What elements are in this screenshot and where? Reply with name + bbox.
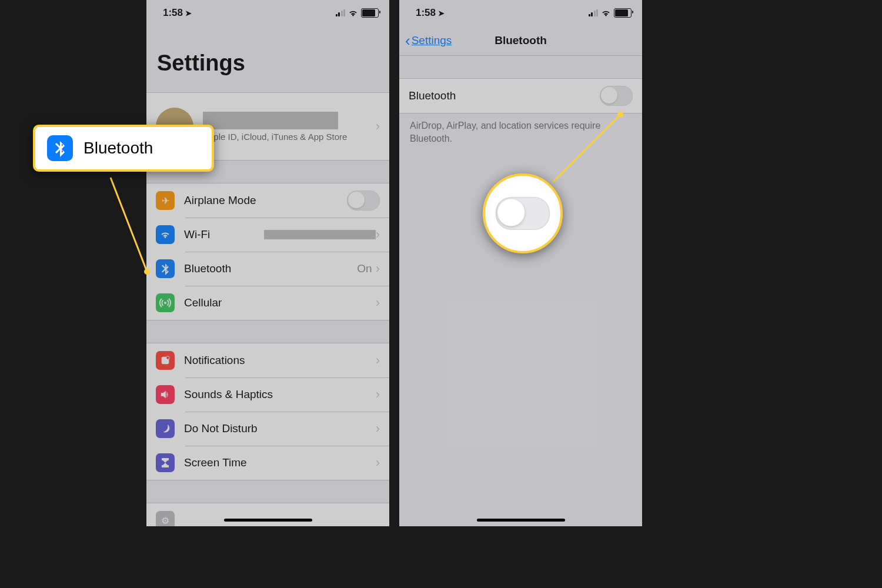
battery-icon: [614, 8, 632, 18]
bluetooth-value: On: [357, 262, 372, 275]
location-icon: ➤: [185, 9, 192, 18]
back-button[interactable]: ‹ Settings: [405, 32, 452, 50]
cellular-signal-icon: [589, 9, 599, 16]
chevron-right-icon: ›: [376, 387, 380, 402]
notifications-row[interactable]: Notifications ›: [146, 343, 389, 377]
cellular-icon: [156, 293, 175, 312]
callout-bluetooth-row: Bluetooth: [33, 125, 214, 172]
bluetooth-toggle-label: Bluetooth: [409, 89, 600, 102]
wifi-icon: [601, 9, 611, 16]
airplane-icon: ✈: [156, 191, 175, 210]
screentime-icon: [156, 453, 175, 472]
airplane-toggle[interactable]: [347, 191, 380, 211]
location-icon: ➤: [438, 9, 445, 18]
status-bar: 1:58 ➤: [146, 0, 389, 26]
status-bar: 1:58 ➤: [399, 0, 642, 26]
dnd-row[interactable]: Do Not Disturb ›: [146, 412, 389, 446]
gear-icon: ⚙: [156, 511, 175, 526]
chevron-right-icon: ›: [376, 295, 380, 310]
bluetooth-label: Bluetooth: [184, 262, 357, 275]
dnd-label: Do Not Disturb: [184, 422, 376, 435]
bluetooth-row[interactable]: Bluetooth On ›: [146, 252, 389, 286]
chevron-right-icon: ›: [376, 227, 380, 242]
toggle-zoom: [496, 197, 550, 230]
page-title: Settings: [146, 26, 389, 82]
redacted-name: [203, 112, 338, 129]
redacted-wifi-name: [264, 230, 376, 239]
callout-toggle: [483, 173, 563, 253]
status-time: 1:58: [416, 7, 436, 19]
home-indicator[interactable]: [224, 519, 312, 522]
chevron-right-icon: ›: [376, 119, 380, 134]
status-time: 1:58: [163, 7, 183, 19]
cellular-signal-icon: [336, 9, 346, 16]
bluetooth-footer-text: AirDrop, AirPlay, and location services …: [399, 113, 642, 151]
svg-point-0: [164, 302, 166, 304]
svg-line-3: [111, 178, 147, 272]
bluetooth-icon: [156, 259, 175, 278]
airplane-label: Airplane Mode: [184, 194, 347, 207]
screentime-row[interactable]: Screen Time ›: [146, 446, 389, 480]
battery-icon: [361, 8, 379, 18]
airplane-mode-row[interactable]: ✈ Airplane Mode: [146, 183, 389, 218]
wifi-row[interactable]: Wi-Fi ›: [146, 218, 389, 252]
wifi-icon: [348, 9, 358, 16]
settings-screen: 1:58 ➤ Settings Apple ID, iCloud, iTunes…: [146, 0, 389, 526]
chevron-right-icon: ›: [376, 455, 380, 470]
sounds-label: Sounds & Haptics: [184, 388, 376, 401]
bluetooth-icon: [47, 135, 73, 161]
wifi-label: Wi-Fi: [184, 228, 264, 241]
nav-bar: ‹ Settings Bluetooth: [399, 26, 642, 56]
svg-point-2: [166, 356, 169, 359]
sounds-icon: [156, 385, 175, 404]
chevron-left-icon: ‹: [405, 32, 410, 50]
sounds-row[interactable]: Sounds & Haptics ›: [146, 377, 389, 412]
chevron-right-icon: ›: [376, 421, 380, 436]
cellular-label: Cellular: [184, 296, 376, 309]
wifi-icon: [156, 225, 175, 244]
notifications-icon: [156, 351, 175, 370]
apple-id-subtitle: Apple ID, iCloud, iTunes & App Store: [203, 132, 376, 142]
dnd-icon: [156, 419, 175, 438]
callout-bluetooth-label: Bluetooth: [83, 139, 153, 158]
chevron-right-icon: ›: [376, 261, 380, 276]
screentime-label: Screen Time: [184, 456, 376, 469]
cellular-row[interactable]: Cellular ›: [146, 286, 389, 320]
chevron-right-icon: ›: [376, 353, 380, 368]
back-label: Settings: [412, 34, 452, 47]
bluetooth-toggle-row[interactable]: Bluetooth: [399, 79, 642, 113]
notifications-label: Notifications: [184, 354, 376, 367]
home-indicator[interactable]: [477, 519, 565, 522]
general-row[interactable]: ⚙: [146, 503, 389, 526]
bluetooth-screen: 1:58 ➤ ‹ Settings Bluetooth Bluetooth Ai…: [399, 0, 642, 526]
bluetooth-toggle[interactable]: [600, 86, 633, 106]
